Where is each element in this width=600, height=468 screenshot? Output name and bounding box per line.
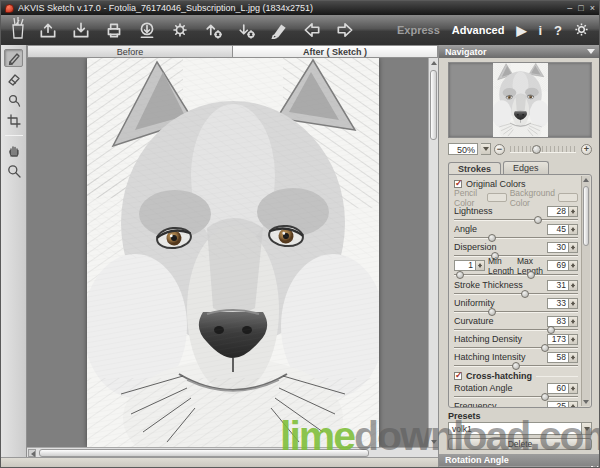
spinner[interactable] [569, 383, 578, 394]
open-image-button[interactable] [34, 18, 62, 42]
tab-after[interactable]: After ( Sketch ) [233, 45, 438, 58]
publish-button[interactable] [133, 18, 161, 42]
close-button[interactable]: × [590, 2, 595, 14]
canvas-vertical-scrollbar[interactable] [428, 58, 438, 447]
slider-stroke-thickness: Stroke Thickness 31 [454, 279, 578, 297]
slider-track[interactable] [454, 329, 578, 331]
slider-track[interactable] [454, 219, 578, 221]
info-button[interactable]: i [538, 24, 542, 37]
spinner[interactable] [569, 401, 578, 409]
navigator-header[interactable]: Navigator [439, 45, 600, 58]
advanced-mode-button[interactable]: Advanced [452, 24, 505, 36]
value-field[interactable]: 58 [547, 352, 569, 363]
canvas-horizontal-scrollbar[interactable] [27, 447, 438, 457]
original-colors-checkbox[interactable] [454, 180, 462, 188]
main-toolbar: Express Advanced ▶ i ? [1, 15, 599, 45]
tab-before[interactable]: Before [27, 45, 233, 58]
spinner[interactable] [476, 260, 485, 271]
min-length-field[interactable]: 1 [454, 260, 476, 271]
value-field[interactable]: 60 [547, 383, 569, 394]
scroll-up-icon[interactable] [431, 61, 437, 65]
pencil-color-swatch[interactable] [487, 193, 507, 202]
crop-tool[interactable] [4, 112, 23, 130]
zoom-slider-thumb[interactable] [532, 145, 541, 154]
zoom-slider[interactable] [510, 144, 576, 155]
help-button[interactable]: ? [554, 24, 562, 37]
spinner[interactable] [569, 316, 578, 327]
delete-preset-button[interactable]: Delete [448, 438, 592, 450]
maximize-button[interactable]: □ [578, 2, 583, 14]
print-button[interactable] [100, 18, 128, 42]
settings-scrollbar[interactable] [581, 176, 590, 406]
vertical-scroll-thumb[interactable] [430, 70, 437, 140]
max-length-field[interactable]: 69 [547, 260, 569, 271]
slider-lightness: Lightness 28 [454, 205, 578, 223]
preset-dropdown-button[interactable] [582, 422, 592, 435]
spinner[interactable] [569, 206, 578, 217]
zoom-out-button[interactable]: − [494, 144, 505, 155]
image-canvas[interactable] [27, 58, 438, 457]
value-field[interactable]: 173 [547, 334, 569, 345]
navigator-thumbnail[interactable] [448, 62, 592, 138]
cross-hatching-checkbox[interactable] [454, 372, 462, 380]
spinner[interactable] [569, 298, 578, 309]
run-button[interactable]: ▶ [516, 24, 526, 37]
pencil-tool[interactable] [4, 49, 23, 67]
redo-icon[interactable] [331, 18, 359, 42]
horizontal-scroll-thumb[interactable] [39, 449, 369, 457]
scroll-left-button[interactable] [28, 449, 36, 457]
hand-tool[interactable] [4, 141, 23, 159]
background-color-swatch[interactable] [558, 193, 578, 202]
slider-track[interactable] [454, 365, 578, 367]
preset-value[interactable]: volk1 [448, 422, 582, 435]
slider-track[interactable] [454, 255, 578, 257]
express-mode-button[interactable]: Express [397, 24, 440, 36]
slider-label: Lightness [454, 206, 493, 216]
value-field[interactable]: 28 [547, 206, 569, 217]
cross-hatching-row[interactable]: Cross-hatching [454, 370, 578, 382]
value-field[interactable]: 33 [547, 298, 569, 309]
value-field[interactable]: 31 [547, 280, 569, 291]
preset-combobox[interactable]: volk1 [448, 422, 592, 435]
value-field[interactable]: 83 [547, 316, 569, 327]
save-image-button[interactable] [67, 18, 95, 42]
settings-scroll-thumb[interactable] [583, 186, 589, 246]
slider-track[interactable] [454, 237, 578, 239]
spinner[interactable] [569, 352, 578, 363]
sketch-image[interactable] [87, 58, 379, 447]
minimize-button[interactable]: – [567, 2, 572, 14]
navigator-collapse-icon[interactable] [587, 49, 595, 54]
zoom-dropdown-button[interactable] [481, 143, 491, 155]
slider-track[interactable] [454, 396, 578, 398]
postprocess-marker-icon[interactable] [265, 18, 293, 42]
batch-processing-gear-icon[interactable] [166, 18, 194, 42]
max-length-thumb[interactable] [527, 271, 535, 279]
value-field[interactable]: 30 [547, 242, 569, 253]
strokes-settings-box: Original Colors Pencil Color Background … [448, 174, 592, 408]
slider-track[interactable] [454, 293, 578, 295]
import-presets-button[interactable] [199, 18, 227, 42]
presets-title: Presets [439, 408, 600, 422]
undo-icon[interactable] [298, 18, 326, 42]
slider-track[interactable] [454, 311, 578, 313]
eraser-tool[interactable] [4, 70, 23, 88]
slider-track[interactable] [454, 347, 578, 349]
spinner[interactable] [569, 280, 578, 291]
scroll-down-icon[interactable] [431, 440, 437, 444]
preferences-gear-icon[interactable] [574, 22, 589, 39]
zoom-in-button[interactable]: + [581, 144, 592, 155]
spinner[interactable] [569, 224, 578, 235]
export-presets-button[interactable] [232, 18, 260, 42]
value-field[interactable]: 45 [547, 224, 569, 235]
spinner[interactable] [569, 260, 578, 271]
slider-thumb[interactable] [512, 362, 520, 370]
min-length-thumb[interactable] [456, 271, 464, 279]
length-range-track[interactable] [454, 274, 578, 276]
spinner[interactable] [569, 242, 578, 253]
zoom-value-field[interactable]: 50% [448, 143, 478, 155]
spinner[interactable] [569, 334, 578, 345]
tab-edges[interactable]: Edges [503, 161, 549, 174]
zoom-tool[interactable] [4, 162, 23, 180]
value-field[interactable]: 25 [547, 401, 569, 409]
smudge-tool[interactable] [4, 91, 23, 109]
